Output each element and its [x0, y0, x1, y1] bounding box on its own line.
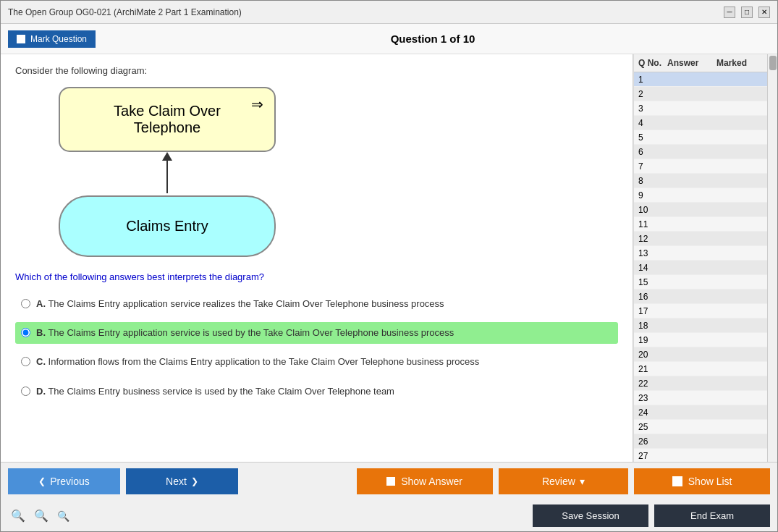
label-b: B. The Claims Entry application service … — [36, 326, 454, 339]
sidebar-cell-answer — [666, 450, 715, 461]
label-a: A. The Claims Entry application service … — [36, 297, 444, 311]
show-list-label: Show List — [688, 476, 732, 487]
sidebar-row[interactable]: 8 — [634, 174, 767, 188]
sidebar-cell-marked — [715, 291, 764, 302]
sidebar-row[interactable]: 3 — [634, 101, 767, 116]
sidebar-cell-answer — [666, 276, 715, 287]
answer-option-a[interactable]: A. The Claims Entry application service … — [15, 293, 618, 315]
sidebar-row[interactable]: 25 — [634, 420, 767, 434]
sidebar-cell-num: 26 — [637, 436, 666, 447]
sidebar-row[interactable]: 23 — [634, 391, 767, 405]
zoom-in-button[interactable]: 🔍 — [8, 507, 28, 524]
scroll-thumb[interactable] — [769, 56, 777, 70]
sidebar-row[interactable]: 11 — [634, 217, 767, 232]
window-controls: ─ □ ✕ — [724, 7, 770, 18]
diagram-bottom-box: Claims Entry — [59, 195, 276, 257]
next-button[interactable]: Next ❯ — [126, 468, 238, 494]
radio-d[interactable] — [21, 387, 30, 396]
sidebar-cell-marked — [715, 407, 764, 418]
sidebar-cell-answer — [666, 146, 715, 157]
sidebar-cell-marked — [715, 363, 764, 374]
sidebar-row[interactable]: 20 — [634, 347, 767, 362]
zoom-out-button[interactable]: 🔍 — [54, 507, 72, 524]
mark-question-button[interactable]: ■ Mark Question — [8, 30, 96, 48]
sidebar-row[interactable]: 12 — [634, 232, 767, 246]
sidebar-cell-marked — [715, 276, 764, 287]
sidebar-cell-num: 23 — [637, 392, 666, 403]
sidebar-row[interactable]: 18 — [634, 318, 767, 333]
sidebar-wrapper: Q No. Answer Marked 1 2 3 4 5 6 — [633, 54, 777, 462]
sidebar-cell-marked — [715, 392, 764, 403]
sidebar-row[interactable]: 22 — [634, 376, 767, 391]
header-marked: Marked — [715, 58, 764, 68]
sidebar-cell-answer — [666, 117, 715, 128]
sidebar-row[interactable]: 7 — [634, 159, 767, 174]
sidebar-cell-marked — [715, 88, 764, 99]
sidebar-cell-answer — [666, 74, 715, 85]
zoom-reset-button[interactable]: 🔍 — [31, 507, 51, 524]
save-session-button[interactable]: Save Session — [533, 504, 648, 527]
diagram-container: Take Claim OverTelephone ⇒ Claims Entry — [37, 87, 297, 257]
review-button[interactable]: Review ▾ — [499, 468, 629, 494]
sidebar-cell-answer — [666, 320, 715, 331]
sidebar-cell-marked — [715, 334, 764, 345]
sidebar-scrollbar[interactable] — [767, 54, 777, 462]
sidebar-row[interactable]: 9 — [634, 188, 767, 203]
sidebar-cell-num: 24 — [637, 407, 666, 418]
sidebar-cell-marked — [715, 248, 764, 258]
sidebar-cell-num: 9 — [637, 190, 666, 200]
sidebar-cell-num: 8 — [637, 175, 666, 186]
sidebar-row[interactable]: 13 — [634, 246, 767, 261]
radio-a[interactable] — [21, 299, 30, 308]
save-session-label: Save Session — [562, 510, 620, 521]
radio-b[interactable] — [21, 328, 30, 337]
sidebar-row[interactable]: 19 — [634, 333, 767, 347]
sidebar-cell-marked — [715, 204, 764, 215]
sidebar-row[interactable]: 15 — [634, 275, 767, 290]
sidebar-row[interactable]: 16 — [634, 290, 767, 304]
answer-option-c[interactable]: C. Information flows from the Claims Ent… — [15, 351, 618, 373]
radio-c[interactable] — [21, 357, 30, 366]
sidebar-cell-marked — [715, 320, 764, 331]
sidebar-cell-marked — [715, 219, 764, 229]
sidebar-cell-marked — [715, 190, 764, 200]
sidebar-cell-num: 14 — [637, 262, 666, 273]
show-answer-label: Show Answer — [401, 476, 462, 487]
sidebar-cell-marked — [715, 175, 764, 186]
sidebar-cell-num: 19 — [637, 334, 666, 345]
sidebar-row[interactable]: 1 — [634, 72, 767, 87]
sidebar-cell-marked — [715, 436, 764, 447]
header-answer: Answer — [666, 58, 715, 68]
sidebar-row[interactable]: 6 — [634, 145, 767, 159]
arrow-line — [166, 161, 168, 193]
sidebar-row[interactable]: 5 — [634, 130, 767, 145]
sidebar-cell-marked — [715, 161, 764, 172]
sidebar-cell-num: 11 — [637, 219, 666, 229]
next-chevron-icon: ❯ — [191, 476, 198, 486]
previous-button[interactable]: ❮ Previous — [8, 468, 120, 494]
show-answer-button[interactable]: Show Answer — [357, 468, 493, 494]
answer-option-d[interactable]: D. The Claims Entry business service is … — [15, 381, 618, 402]
sidebar-row[interactable]: 21 — [634, 362, 767, 376]
sidebar-row[interactable]: 26 — [634, 434, 767, 449]
sidebar-cell-num: 5 — [637, 132, 666, 143]
sidebar-row[interactable]: 4 — [634, 116, 767, 130]
maximize-button[interactable]: □ — [741, 7, 753, 18]
minimize-button[interactable]: ─ — [724, 7, 735, 18]
show-list-button[interactable]: Show List — [634, 468, 770, 494]
answer-option-b[interactable]: B. The Claims Entry application service … — [15, 322, 618, 344]
end-exam-button[interactable]: End Exam — [654, 504, 770, 527]
close-button[interactable]: ✕ — [758, 7, 770, 18]
sidebar-row[interactable]: 2 — [634, 87, 767, 101]
diagram-bottom-label: Claims Entry — [126, 218, 208, 235]
sidebar-row[interactable]: 17 — [634, 304, 767, 318]
sidebar-row[interactable]: 27 — [634, 449, 767, 462]
sidebar-row[interactable]: 10 — [634, 203, 767, 217]
main-content: Consider the following diagram: Take Cla… — [1, 54, 777, 462]
arrow-head — [162, 152, 172, 161]
sidebar-cell-num: 20 — [637, 349, 666, 360]
sidebar-header: Q No. Answer Marked — [634, 54, 767, 72]
sidebar-row[interactable]: 14 — [634, 261, 767, 275]
sidebar-cell-answer — [666, 305, 715, 316]
sidebar-row[interactable]: 24 — [634, 405, 767, 420]
